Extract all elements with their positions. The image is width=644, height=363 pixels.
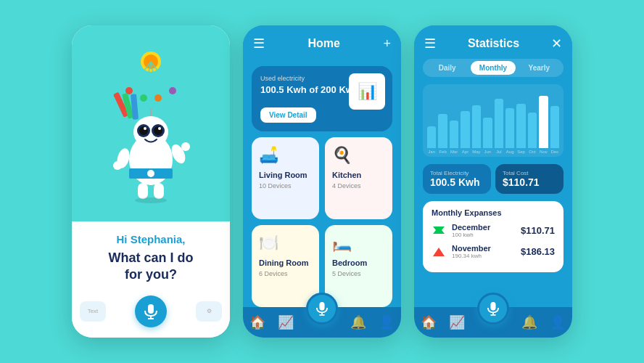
mic-button-large[interactable] bbox=[135, 295, 167, 327]
svg-point-8 bbox=[154, 94, 162, 102]
menu-icon[interactable]: ☰ bbox=[253, 36, 265, 52]
tab-monthly[interactable]: Monthly bbox=[471, 61, 515, 75]
december-month: December bbox=[452, 223, 515, 232]
stats-close-icon[interactable]: ✕ bbox=[551, 36, 562, 52]
stats-mic-nav-button[interactable] bbox=[477, 293, 509, 325]
svg-point-18 bbox=[139, 126, 148, 135]
rooms-grid: 🛋️ Living Room 10 Devices 🍳 Kitchen 4 De… bbox=[243, 137, 401, 307]
december-kwh: 100 kwh bbox=[452, 232, 515, 238]
nav-bell-icon[interactable]: 🔔 bbox=[350, 314, 366, 330]
bar-label-dec: Dec bbox=[551, 150, 559, 154]
room-card-living[interactable]: 🛋️ Living Room 10 Devices bbox=[252, 137, 319, 219]
december-info: December 100 kwh bbox=[452, 223, 515, 238]
settings-button[interactable]: ⚙ bbox=[196, 301, 222, 322]
room-card-kitchen[interactable]: 🍳 Kitchen 4 Devices bbox=[325, 137, 392, 219]
cost-stat-value: $110.71 bbox=[503, 176, 556, 188]
mic-nav-icon bbox=[316, 301, 328, 316]
bar-column-nov: Nov bbox=[539, 96, 548, 154]
stats-nav-user-icon[interactable]: 👤 bbox=[550, 314, 566, 330]
svg-point-21 bbox=[158, 127, 161, 130]
svg-point-9 bbox=[169, 87, 176, 94]
bar-dec bbox=[550, 106, 559, 148]
bar-oct bbox=[528, 113, 537, 148]
bar-label-jul: Jul bbox=[496, 150, 502, 154]
mic-icon bbox=[144, 303, 157, 319]
mic-nav-button[interactable] bbox=[306, 293, 338, 325]
bar-apr bbox=[461, 111, 469, 148]
dining-room-name: Dining Room bbox=[259, 258, 312, 267]
screens-container: Hi Stephania, What can I dofor you? Text… bbox=[57, 11, 587, 352]
svg-point-31 bbox=[147, 170, 154, 177]
phone-home: ☰ Home + Used electricity 100.5 Kwh of 2… bbox=[243, 25, 401, 338]
add-icon[interactable]: + bbox=[383, 36, 391, 52]
greeting-name: Hi Stephania, bbox=[116, 233, 185, 245]
living-room-icon: 🛋️ bbox=[259, 146, 312, 165]
stats-header: ☰ Statistics ✕ bbox=[414, 25, 572, 59]
nav-user-icon[interactable]: 👤 bbox=[379, 314, 395, 330]
expense-arrow-down bbox=[432, 224, 446, 238]
bedroom-name: Bedroom bbox=[332, 258, 385, 267]
nav-home-icon[interactable]: 🏠 bbox=[249, 314, 265, 330]
living-room-devices: 10 Devices bbox=[259, 182, 312, 189]
phone-statistics: ☰ Statistics ✕ Daily Monthly Yearly JanF… bbox=[414, 25, 572, 338]
stats-menu-icon[interactable]: ☰ bbox=[424, 36, 436, 52]
bar-column-apr: Apr bbox=[461, 111, 469, 154]
home-navbar: 🏠 📈 🔔 👤 bbox=[243, 307, 401, 338]
tab-yearly[interactable]: Yearly bbox=[517, 61, 561, 75]
stats-summary: Total Electricity 100.5 Kwh Total Cost $… bbox=[423, 164, 564, 194]
room-card-dining[interactable]: 🍽️ Dining Room 6 Devices bbox=[252, 225, 319, 307]
up-arrow-icon bbox=[432, 245, 446, 259]
stats-nav-bell-icon[interactable]: 🔔 bbox=[521, 314, 537, 330]
bar-column-feb: Feb bbox=[438, 114, 447, 154]
electricity-stat-value: 100.5 Kwh bbox=[430, 176, 484, 188]
svg-point-25 bbox=[113, 161, 122, 170]
svg-point-7 bbox=[140, 94, 147, 102]
stats-mic-nav-icon bbox=[487, 301, 499, 316]
stats-nav-home-icon[interactable]: 🏠 bbox=[421, 314, 437, 330]
bar-label-sep: Sep bbox=[517, 150, 525, 154]
bar-jun bbox=[483, 118, 492, 148]
bar-column-dec: Dec bbox=[550, 106, 559, 154]
bar-column-jun: Jun bbox=[483, 118, 492, 154]
bar-jan bbox=[427, 126, 436, 148]
electricity-card: Used electricity 100.5 Kwh of 200 Kwh Vi… bbox=[252, 66, 392, 131]
bar-label-apr: Apr bbox=[462, 150, 468, 154]
stats-navbar: 🏠 📈 🔔 👤 bbox=[414, 307, 572, 338]
december-amount: $110.71 bbox=[521, 225, 555, 236]
bar-label-aug: Aug bbox=[506, 150, 514, 154]
room-card-bedroom[interactable]: 🛏️ Bedroom 5 Devices bbox=[325, 225, 392, 307]
kitchen-icon: 🍳 bbox=[332, 146, 385, 165]
bar-label-oct: Oct bbox=[529, 150, 535, 154]
bar-chart: JanFebMarAprMayJunJulAugSepOctNovDec bbox=[423, 84, 564, 157]
tab-daily[interactable]: Daily bbox=[425, 61, 469, 75]
november-kwh: 190.34 kwh bbox=[452, 253, 515, 259]
svg-rect-28 bbox=[138, 183, 148, 199]
stats-nav-chart-icon[interactable]: 📈 bbox=[449, 314, 465, 330]
bar-mar bbox=[450, 121, 458, 148]
svg-marker-40 bbox=[433, 248, 445, 256]
text-button[interactable]: Text bbox=[80, 301, 106, 322]
assistant-bottom: Hi Stephania, What can I dofor you? Text… bbox=[72, 221, 230, 338]
bar-jul bbox=[495, 99, 503, 148]
view-detail-button[interactable]: View Detail bbox=[260, 107, 316, 123]
svg-point-20 bbox=[144, 127, 146, 130]
svg-point-30 bbox=[135, 197, 167, 203]
kitchen-name: Kitchen bbox=[332, 171, 385, 179]
svg-point-27 bbox=[181, 142, 190, 151]
home-title: Home bbox=[308, 37, 340, 50]
bar-column-mar: Mar bbox=[450, 121, 458, 154]
nav-chart-icon[interactable]: 📈 bbox=[278, 314, 294, 330]
bar-column-oct: Oct bbox=[528, 113, 537, 154]
dining-room-devices: 6 Devices bbox=[259, 270, 312, 277]
november-month: November bbox=[452, 244, 515, 253]
monthly-expenses-card: Monthly Expanses December 100 kwh $110.7… bbox=[423, 201, 564, 272]
total-electricity-box: Total Electricity 100.5 Kwh bbox=[423, 164, 491, 194]
bar-label-mar: Mar bbox=[450, 150, 458, 154]
bedroom-icon: 🛏️ bbox=[332, 234, 385, 253]
svg-rect-32 bbox=[148, 304, 154, 314]
greeting-text: What can I dofor you? bbox=[109, 250, 194, 284]
dining-icon: 🍽️ bbox=[259, 234, 312, 253]
expense-arrow-up bbox=[432, 245, 446, 259]
svg-point-19 bbox=[154, 126, 162, 135]
bar-column-jul: Jul bbox=[495, 99, 503, 154]
